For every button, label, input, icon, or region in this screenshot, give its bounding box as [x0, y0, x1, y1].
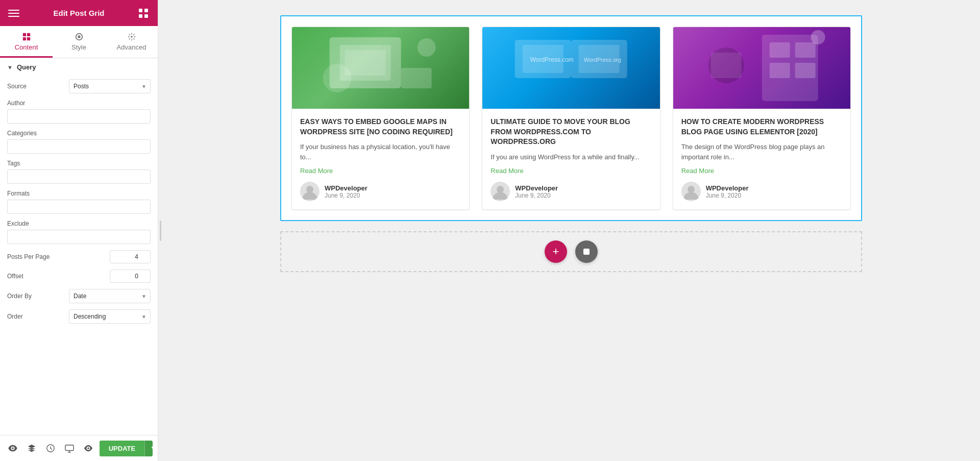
svg-rect-1 [144, 9, 148, 12]
post-card: HOW TO CREATE MODERN WORDPRESS BLOG PAGE… [673, 27, 851, 210]
preview-button[interactable] [81, 439, 96, 457]
resize-handle[interactable] [158, 0, 162, 461]
update-dropdown-button[interactable]: ▼ [144, 441, 153, 456]
bottom-section: + [280, 231, 862, 272]
order-by-select[interactable]: Date Title Author Random [69, 289, 151, 303]
exclude-label: Exclude [7, 220, 151, 227]
svg-rect-29 [769, 42, 790, 58]
svg-rect-38 [583, 249, 590, 255]
svg-rect-5 [27, 33, 30, 36]
author-input[interactable] [7, 109, 151, 124]
responsive-button[interactable] [62, 439, 78, 457]
author-label: Author [7, 100, 151, 107]
settings-button[interactable] [5, 439, 21, 457]
post-card-image [292, 27, 469, 109]
posts-per-page-input[interactable] [110, 250, 151, 263]
post-card-read-more[interactable]: Read More [681, 167, 842, 175]
svg-point-15 [418, 38, 436, 57]
post-card-read-more[interactable]: Read More [491, 167, 651, 175]
svg-rect-2 [139, 14, 142, 18]
post-card: WordPress.com WordPress.org ULTIMATE GUI… [482, 27, 660, 210]
post-card-body: ULTIMATE GUIDE TO MOVE YOUR BLOG FROM WO… [482, 109, 659, 209]
author-name: WPDeveloper [325, 184, 368, 192]
author-avatar [491, 182, 510, 201]
panel-tabs: Content Style Advanced [0, 26, 158, 58]
formats-row: Formats [0, 187, 158, 217]
author-name: WPDeveloper [706, 184, 749, 192]
svg-rect-0 [139, 9, 142, 12]
svg-point-10 [131, 36, 133, 38]
post-card-title: EASY WAYS TO EMBED GOOGLE MAPS IN WORDPR… [300, 117, 461, 137]
offset-row: Offset [0, 266, 158, 286]
update-button[interactable]: UPDATE [100, 441, 144, 456]
author-avatar [681, 182, 701, 201]
svg-point-35 [811, 30, 825, 44]
post-card-image: WordPress.com WordPress.org [482, 27, 659, 109]
author-row: Author [0, 96, 158, 127]
exclude-input[interactable] [7, 230, 151, 244]
svg-point-27 [497, 186, 504, 193]
order-by-row: Order By Date Title Author Random ▼ [0, 286, 158, 306]
panel-title: Edit Post Grid [53, 9, 104, 17]
order-by-select-wrapper: Date Title Author Random ▼ [69, 289, 151, 303]
tags-label: Tags [7, 160, 151, 167]
offset-label: Offset [7, 273, 110, 280]
svg-rect-11 [65, 445, 74, 451]
svg-rect-4 [22, 33, 26, 36]
post-card-read-more[interactable]: Read More [300, 167, 461, 175]
hamburger-icon[interactable] [8, 8, 19, 19]
author-info: WPDeveloper June 9, 2020 [325, 184, 368, 199]
svg-text:WordPress.com: WordPress.com [530, 56, 574, 63]
author-date: June 9, 2020 [706, 192, 749, 199]
grid-icon[interactable] [138, 8, 150, 19]
add-section-button[interactable]: + [545, 240, 567, 263]
history-button[interactable] [43, 439, 59, 457]
post-card-excerpt: The design of the WordPress blog page pl… [681, 142, 842, 162]
panel-bottom-bar: UPDATE ▼ [0, 435, 158, 461]
post-grid-wrapper: EASY WAYS TO EMBED GOOGLE MAPS IN WORDPR… [280, 15, 862, 221]
post-card-author: WPDeveloper June 9, 2020 [300, 182, 461, 201]
update-button-group: UPDATE ▼ [100, 441, 153, 456]
source-label: Source [7, 83, 69, 90]
post-card-author: WPDeveloper June 9, 2020 [681, 182, 842, 201]
categories-input[interactable] [7, 139, 151, 154]
order-label: Order [7, 313, 69, 320]
tab-content[interactable]: Content [0, 26, 53, 58]
posts-per-page-label: Posts Per Page [7, 253, 110, 260]
post-card-title: HOW TO CREATE MODERN WORDPRESS BLOG PAGE… [681, 117, 842, 137]
order-select[interactable]: Descending Ascending [69, 309, 151, 324]
svg-rect-30 [769, 63, 790, 78]
layers-button[interactable] [24, 439, 40, 457]
author-date: June 9, 2020 [515, 192, 558, 199]
categories-row: Categories [0, 127, 158, 157]
order-by-label: Order By [7, 293, 69, 300]
svg-point-9 [78, 35, 80, 38]
tags-input[interactable] [7, 169, 151, 184]
query-section-title: Query [17, 63, 36, 71]
exclude-row: Exclude [0, 217, 158, 247]
formats-label: Formats [7, 190, 151, 197]
post-card-author: WPDeveloper June 9, 2020 [491, 182, 651, 201]
tab-advanced[interactable]: Advanced [105, 26, 158, 58]
source-select[interactable]: Posts Pages Custom [69, 79, 151, 93]
categories-label: Categories [7, 130, 151, 137]
stop-button[interactable] [575, 240, 598, 263]
left-panel: Edit Post Grid Content Style Advanced ▼ … [0, 0, 158, 461]
author-info: WPDeveloper June 9, 2020 [706, 184, 749, 199]
svg-rect-34 [710, 53, 741, 78]
tab-style[interactable]: Style [53, 26, 105, 58]
query-section-header[interactable]: ▼ Query [0, 58, 158, 76]
panel-body: ▼ Query Source Posts Pages Custom ▼ Auth… [0, 58, 158, 461]
formats-input[interactable] [7, 200, 151, 214]
svg-point-17 [323, 64, 352, 92]
post-card-body: EASY WAYS TO EMBED GOOGLE MAPS IN WORDPR… [292, 109, 469, 209]
offset-input[interactable] [110, 270, 151, 283]
post-card-excerpt: If your business has a physical location… [300, 142, 461, 162]
svg-rect-16 [401, 68, 432, 88]
svg-rect-7 [27, 37, 30, 40]
post-card-body: HOW TO CREATE MODERN WORDPRESS BLOG PAGE… [673, 109, 850, 209]
order-row: Order Descending Ascending ▼ [0, 306, 158, 327]
author-name: WPDeveloper [515, 184, 558, 192]
author-info: WPDeveloper June 9, 2020 [515, 184, 558, 199]
post-card-excerpt: If you are using WordPress for a while a… [491, 152, 651, 162]
